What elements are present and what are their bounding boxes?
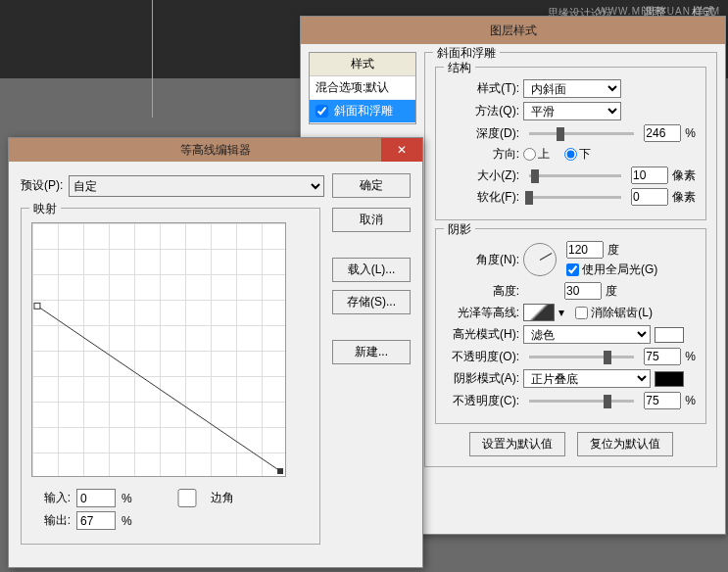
px-label: 像素 bbox=[672, 167, 696, 184]
angle-widget[interactable] bbox=[523, 243, 557, 276]
styles-header: 样式 bbox=[310, 53, 415, 76]
altitude-label: 高度: bbox=[446, 283, 519, 300]
ok-button[interactable]: 确定 bbox=[332, 173, 411, 198]
shadow-opacity-input[interactable] bbox=[644, 392, 681, 409]
svg-line-0 bbox=[37, 306, 280, 471]
shadow-color-swatch[interactable] bbox=[655, 371, 684, 387]
contour-title: 等高线编辑器 bbox=[180, 142, 251, 159]
output-label: 输出: bbox=[31, 512, 71, 529]
soften-label: 软化(F): bbox=[446, 189, 519, 206]
size-label: 大小(Z): bbox=[446, 167, 519, 184]
angle-label: 角度(N): bbox=[446, 252, 519, 268]
corner-checkbox[interactable]: 边角 bbox=[168, 489, 234, 507]
mapping-fieldset: 映射 输入: % 边角 bbox=[21, 208, 320, 545]
reset-default-button[interactable]: 复位为默认值 bbox=[577, 432, 673, 456]
contour-editor-dialog: 等高线编辑器 ✕ 预设(P): 自定 确定 映射 bbox=[8, 137, 423, 568]
style-label: 样式(T): bbox=[446, 80, 519, 97]
bevel-fieldset: 斜面和浮雕 结构 样式(T): 内斜面 方法(Q): 平滑 深度(D): bbox=[424, 52, 717, 467]
shadow-mode-label: 阴影模式(A): bbox=[446, 370, 519, 387]
layer-style-titlebar[interactable]: 图层样式 bbox=[301, 17, 725, 44]
shadow-mode-select[interactable]: 正片叠底 bbox=[523, 369, 651, 388]
pct-label: % bbox=[685, 126, 696, 140]
highlight-opacity-input[interactable] bbox=[644, 348, 681, 365]
highlight-mode-label: 高光模式(H): bbox=[446, 326, 519, 343]
close-icon: ✕ bbox=[397, 143, 407, 157]
svg-rect-1 bbox=[34, 303, 40, 309]
cancel-button[interactable]: 取消 bbox=[332, 208, 411, 232]
input-label: 输入: bbox=[31, 490, 71, 506]
depth-label: 深度(D): bbox=[446, 125, 519, 142]
highlight-mode-select[interactable]: 滤色 bbox=[523, 325, 651, 344]
size-slider[interactable] bbox=[529, 174, 621, 177]
shading-legend: 阴影 bbox=[444, 221, 475, 238]
preset-select[interactable]: 自定 bbox=[69, 175, 324, 197]
preset-label: 预设(P): bbox=[21, 177, 63, 194]
make-default-button[interactable]: 设置为默认值 bbox=[469, 432, 565, 456]
angle-input[interactable] bbox=[566, 241, 604, 259]
layer-style-title: 图层样式 bbox=[490, 23, 537, 39]
blend-defaults-row[interactable]: 混合选项:默认 bbox=[310, 76, 415, 100]
direction-label: 方向: bbox=[446, 146, 519, 163]
gloss-contour-picker[interactable] bbox=[523, 304, 555, 321]
shadow-opacity-slider[interactable] bbox=[529, 400, 634, 403]
highlight-opacity-slider[interactable] bbox=[529, 356, 634, 358]
bevel-emboss-row[interactable]: 斜面和浮雕 bbox=[310, 100, 415, 123]
mapping-legend: 映射 bbox=[29, 201, 61, 217]
soften-input[interactable] bbox=[631, 188, 668, 206]
close-button[interactable]: ✕ bbox=[381, 138, 422, 162]
svg-rect-2 bbox=[277, 468, 283, 474]
contour-dropdown-icon[interactable]: ▾ bbox=[558, 306, 564, 319]
soften-slider[interactable] bbox=[529, 196, 621, 199]
highlight-opacity-label: 不透明度(O): bbox=[446, 349, 519, 365]
technique-label: 方法(Q): bbox=[446, 103, 519, 119]
style-select[interactable]: 内斜面 bbox=[523, 79, 621, 98]
altitude-input[interactable] bbox=[564, 282, 602, 300]
depth-slider[interactable] bbox=[529, 132, 634, 135]
save-button[interactable]: 存储(S)... bbox=[332, 290, 411, 314]
guide-line bbox=[152, 0, 153, 118]
contour-graph[interactable] bbox=[31, 222, 286, 477]
dir-up-radio[interactable]: 上 bbox=[523, 146, 550, 163]
technique-select[interactable]: 平滑 bbox=[523, 102, 621, 120]
deg-label2: 度 bbox=[606, 283, 617, 300]
new-button[interactable]: 新建... bbox=[332, 340, 411, 364]
global-light-checkbox[interactable]: 使用全局光(G) bbox=[566, 262, 657, 278]
dir-down-radio[interactable]: 下 bbox=[564, 146, 591, 163]
contour-titlebar[interactable]: 等高线编辑器 ✕ bbox=[9, 138, 422, 162]
bevel-emboss-label: 斜面和浮雕 bbox=[334, 103, 393, 119]
highlight-color-swatch[interactable] bbox=[655, 327, 684, 343]
load-button[interactable]: 载入(L)... bbox=[332, 258, 411, 282]
shadow-opacity-label: 不透明度(C): bbox=[446, 393, 519, 409]
px-label2: 像素 bbox=[672, 189, 696, 206]
size-input[interactable] bbox=[631, 167, 668, 184]
structure-legend: 结构 bbox=[444, 60, 475, 76]
depth-input[interactable] bbox=[644, 124, 681, 142]
deg-label: 度 bbox=[607, 242, 619, 259]
output-field[interactable] bbox=[76, 511, 116, 530]
gloss-label: 光泽等高线: bbox=[446, 305, 519, 321]
anti-alias-checkbox[interactable]: 消除锯齿(L) bbox=[575, 305, 653, 321]
input-field[interactable] bbox=[76, 489, 116, 507]
bevel-emboss-checkbox[interactable] bbox=[315, 105, 328, 118]
